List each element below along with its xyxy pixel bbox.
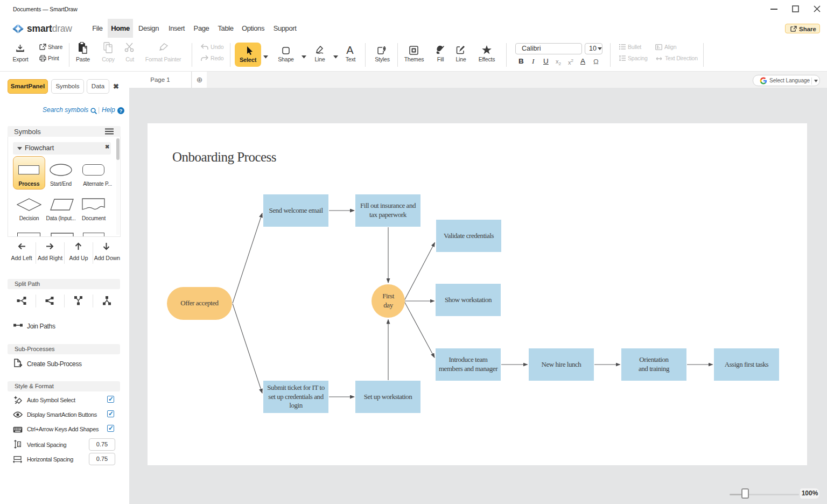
svg-text:1: 1 xyxy=(18,443,20,446)
svg-text:?: ? xyxy=(120,108,123,114)
